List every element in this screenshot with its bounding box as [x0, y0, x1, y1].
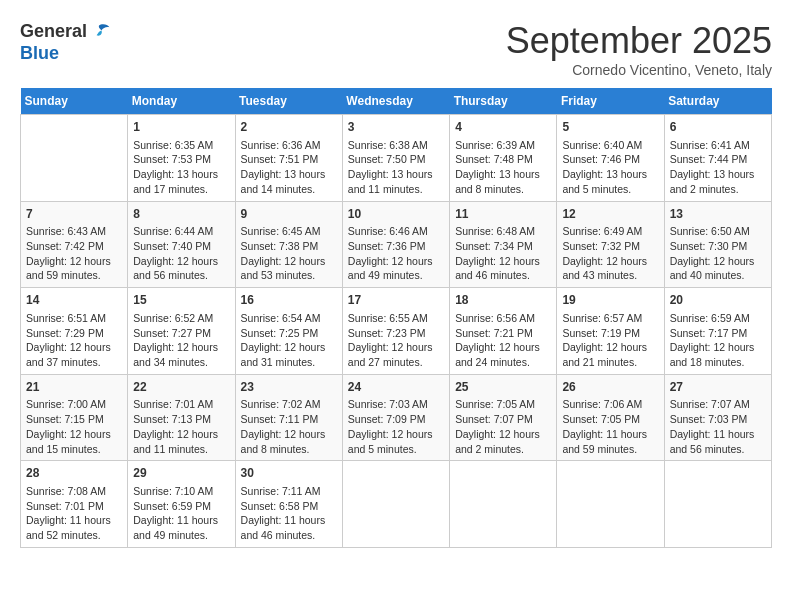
- day-number: 9: [241, 206, 337, 223]
- day-info: Sunrise: 7:10 AM Sunset: 6:59 PM Dayligh…: [133, 484, 229, 543]
- calendar-cell: 28Sunrise: 7:08 AM Sunset: 7:01 PM Dayli…: [21, 461, 128, 548]
- calendar-cell: 10Sunrise: 6:46 AM Sunset: 7:36 PM Dayli…: [342, 201, 449, 288]
- calendar-table: SundayMondayTuesdayWednesdayThursdayFrid…: [20, 88, 772, 548]
- header-cell-friday: Friday: [557, 88, 664, 115]
- calendar-cell: 11Sunrise: 6:48 AM Sunset: 7:34 PM Dayli…: [450, 201, 557, 288]
- calendar-cell: 23Sunrise: 7:02 AM Sunset: 7:11 PM Dayli…: [235, 374, 342, 461]
- day-info: Sunrise: 6:41 AM Sunset: 7:44 PM Dayligh…: [670, 138, 766, 197]
- calendar-cell: 3Sunrise: 6:38 AM Sunset: 7:50 PM Daylig…: [342, 115, 449, 202]
- day-number: 8: [133, 206, 229, 223]
- calendar-cell: 6Sunrise: 6:41 AM Sunset: 7:44 PM Daylig…: [664, 115, 771, 202]
- logo-bird-icon: [87, 20, 111, 44]
- calendar-body: 1Sunrise: 6:35 AM Sunset: 7:53 PM Daylig…: [21, 115, 772, 548]
- calendar-cell: 5Sunrise: 6:40 AM Sunset: 7:46 PM Daylig…: [557, 115, 664, 202]
- calendar-cell: [450, 461, 557, 548]
- day-info: Sunrise: 6:44 AM Sunset: 7:40 PM Dayligh…: [133, 224, 229, 283]
- calendar-cell: 16Sunrise: 6:54 AM Sunset: 7:25 PM Dayli…: [235, 288, 342, 375]
- day-number: 14: [26, 292, 122, 309]
- header-cell-tuesday: Tuesday: [235, 88, 342, 115]
- title-section: September 2025 Cornedo Vicentino, Veneto…: [506, 20, 772, 78]
- day-info: Sunrise: 6:48 AM Sunset: 7:34 PM Dayligh…: [455, 224, 551, 283]
- calendar-week-2: 7Sunrise: 6:43 AM Sunset: 7:42 PM Daylig…: [21, 201, 772, 288]
- day-info: Sunrise: 6:55 AM Sunset: 7:23 PM Dayligh…: [348, 311, 444, 370]
- day-number: 2: [241, 119, 337, 136]
- calendar-cell: [342, 461, 449, 548]
- day-number: 22: [133, 379, 229, 396]
- calendar-cell: 22Sunrise: 7:01 AM Sunset: 7:13 PM Dayli…: [128, 374, 235, 461]
- calendar-cell: 26Sunrise: 7:06 AM Sunset: 7:05 PM Dayli…: [557, 374, 664, 461]
- calendar-week-5: 28Sunrise: 7:08 AM Sunset: 7:01 PM Dayli…: [21, 461, 772, 548]
- day-number: 11: [455, 206, 551, 223]
- calendar-cell: 2Sunrise: 6:36 AM Sunset: 7:51 PM Daylig…: [235, 115, 342, 202]
- day-info: Sunrise: 6:38 AM Sunset: 7:50 PM Dayligh…: [348, 138, 444, 197]
- calendar-week-4: 21Sunrise: 7:00 AM Sunset: 7:15 PM Dayli…: [21, 374, 772, 461]
- calendar-cell: 19Sunrise: 6:57 AM Sunset: 7:19 PM Dayli…: [557, 288, 664, 375]
- logo-blue: Blue: [20, 44, 59, 64]
- calendar-cell: [21, 115, 128, 202]
- day-info: Sunrise: 6:46 AM Sunset: 7:36 PM Dayligh…: [348, 224, 444, 283]
- day-number: 13: [670, 206, 766, 223]
- header-cell-saturday: Saturday: [664, 88, 771, 115]
- calendar-cell: 1Sunrise: 6:35 AM Sunset: 7:53 PM Daylig…: [128, 115, 235, 202]
- day-number: 4: [455, 119, 551, 136]
- day-number: 30: [241, 465, 337, 482]
- header-cell-thursday: Thursday: [450, 88, 557, 115]
- day-number: 18: [455, 292, 551, 309]
- day-number: 20: [670, 292, 766, 309]
- day-info: Sunrise: 6:35 AM Sunset: 7:53 PM Dayligh…: [133, 138, 229, 197]
- day-number: 16: [241, 292, 337, 309]
- day-info: Sunrise: 7:02 AM Sunset: 7:11 PM Dayligh…: [241, 397, 337, 456]
- day-number: 7: [26, 206, 122, 223]
- day-info: Sunrise: 6:56 AM Sunset: 7:21 PM Dayligh…: [455, 311, 551, 370]
- day-info: Sunrise: 7:01 AM Sunset: 7:13 PM Dayligh…: [133, 397, 229, 456]
- day-info: Sunrise: 6:39 AM Sunset: 7:48 PM Dayligh…: [455, 138, 551, 197]
- calendar-cell: 13Sunrise: 6:50 AM Sunset: 7:30 PM Dayli…: [664, 201, 771, 288]
- day-number: 26: [562, 379, 658, 396]
- day-number: 12: [562, 206, 658, 223]
- calendar-cell: 7Sunrise: 6:43 AM Sunset: 7:42 PM Daylig…: [21, 201, 128, 288]
- calendar-cell: 14Sunrise: 6:51 AM Sunset: 7:29 PM Dayli…: [21, 288, 128, 375]
- day-info: Sunrise: 6:51 AM Sunset: 7:29 PM Dayligh…: [26, 311, 122, 370]
- day-info: Sunrise: 6:49 AM Sunset: 7:32 PM Dayligh…: [562, 224, 658, 283]
- calendar-cell: 15Sunrise: 6:52 AM Sunset: 7:27 PM Dayli…: [128, 288, 235, 375]
- calendar-cell: [557, 461, 664, 548]
- day-info: Sunrise: 7:11 AM Sunset: 6:58 PM Dayligh…: [241, 484, 337, 543]
- calendar-cell: 17Sunrise: 6:55 AM Sunset: 7:23 PM Dayli…: [342, 288, 449, 375]
- calendar-cell: 9Sunrise: 6:45 AM Sunset: 7:38 PM Daylig…: [235, 201, 342, 288]
- day-number: 27: [670, 379, 766, 396]
- calendar-cell: 21Sunrise: 7:00 AM Sunset: 7:15 PM Dayli…: [21, 374, 128, 461]
- day-number: 19: [562, 292, 658, 309]
- day-info: Sunrise: 7:00 AM Sunset: 7:15 PM Dayligh…: [26, 397, 122, 456]
- day-info: Sunrise: 6:36 AM Sunset: 7:51 PM Dayligh…: [241, 138, 337, 197]
- day-info: Sunrise: 6:52 AM Sunset: 7:27 PM Dayligh…: [133, 311, 229, 370]
- calendar-cell: 18Sunrise: 6:56 AM Sunset: 7:21 PM Dayli…: [450, 288, 557, 375]
- day-number: 21: [26, 379, 122, 396]
- day-number: 15: [133, 292, 229, 309]
- calendar-cell: 24Sunrise: 7:03 AM Sunset: 7:09 PM Dayli…: [342, 374, 449, 461]
- day-info: Sunrise: 7:07 AM Sunset: 7:03 PM Dayligh…: [670, 397, 766, 456]
- day-number: 23: [241, 379, 337, 396]
- calendar-cell: 20Sunrise: 6:59 AM Sunset: 7:17 PM Dayli…: [664, 288, 771, 375]
- location: Cornedo Vicentino, Veneto, Italy: [506, 62, 772, 78]
- day-number: 10: [348, 206, 444, 223]
- day-info: Sunrise: 6:59 AM Sunset: 7:17 PM Dayligh…: [670, 311, 766, 370]
- calendar-header-row: SundayMondayTuesdayWednesdayThursdayFrid…: [21, 88, 772, 115]
- day-number: 25: [455, 379, 551, 396]
- day-number: 29: [133, 465, 229, 482]
- day-info: Sunrise: 6:50 AM Sunset: 7:30 PM Dayligh…: [670, 224, 766, 283]
- day-number: 28: [26, 465, 122, 482]
- calendar-week-3: 14Sunrise: 6:51 AM Sunset: 7:29 PM Dayli…: [21, 288, 772, 375]
- day-info: Sunrise: 6:45 AM Sunset: 7:38 PM Dayligh…: [241, 224, 337, 283]
- calendar-cell: 8Sunrise: 6:44 AM Sunset: 7:40 PM Daylig…: [128, 201, 235, 288]
- day-info: Sunrise: 7:03 AM Sunset: 7:09 PM Dayligh…: [348, 397, 444, 456]
- calendar-cell: 4Sunrise: 6:39 AM Sunset: 7:48 PM Daylig…: [450, 115, 557, 202]
- header-cell-sunday: Sunday: [21, 88, 128, 115]
- day-number: 6: [670, 119, 766, 136]
- logo-general: General: [20, 22, 87, 42]
- day-info: Sunrise: 6:40 AM Sunset: 7:46 PM Dayligh…: [562, 138, 658, 197]
- day-number: 24: [348, 379, 444, 396]
- day-info: Sunrise: 7:05 AM Sunset: 7:07 PM Dayligh…: [455, 397, 551, 456]
- page-header: General Blue September 2025 Cornedo Vice…: [20, 20, 772, 78]
- month-title: September 2025: [506, 20, 772, 62]
- day-info: Sunrise: 7:08 AM Sunset: 7:01 PM Dayligh…: [26, 484, 122, 543]
